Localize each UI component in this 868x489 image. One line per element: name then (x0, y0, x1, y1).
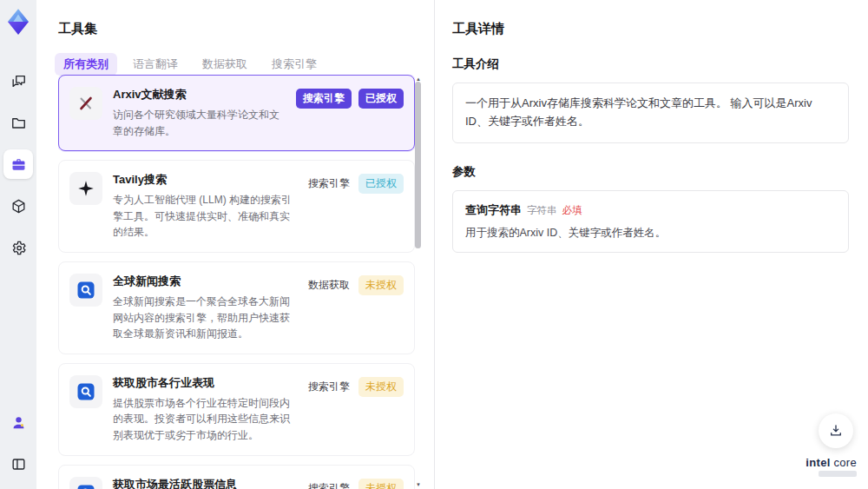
download-button[interactable] (819, 413, 853, 448)
param-item: 查询字符串 字符串 必填 用于搜索的Arxiv ID、关键字或作者姓名。 (452, 190, 849, 253)
tab-data-acquisition[interactable]: 数据获取 (194, 53, 256, 76)
tool-card-global-news-search[interactable]: 全球新闻搜索全球新闻搜索是一个聚合全球各大新闻网站内容的搜索引擎，帮助用户快速获… (58, 261, 415, 354)
auth-status-badge: 未授权 (358, 275, 404, 295)
scroll-down-arrow[interactable]: ▼ (416, 482, 421, 487)
auth-status-badge: 已授权 (358, 89, 404, 109)
intro-heading: 工具介绍 (452, 56, 849, 72)
intel-core-logo: intel core (806, 456, 857, 477)
tool-name: 获取股市各行业表现 (113, 375, 296, 391)
detail-title: 工具详情 (452, 21, 849, 37)
auth-status-badge: 已授权 (358, 174, 404, 194)
tool-card-stock-sector-performance[interactable]: 获取股市各行业表现提供股票市场各个行业在特定时间段内的表现。投资者可以利用这些信… (58, 363, 415, 456)
scrollbar-thumb[interactable] (415, 82, 421, 248)
tool-list-panel: 工具集 所有类别语言翻译数据获取搜索引擎 Arxiv文献搜索访问各个研究领域大量… (36, 0, 434, 489)
category-badge: 搜索引擎 (296, 89, 352, 109)
tab-language-translation[interactable]: 语言翻译 (124, 53, 187, 76)
param-name: 查询字符串 (465, 202, 522, 218)
sidebar-item-chat[interactable] (3, 66, 33, 96)
sidebar-collapse-button[interactable] (3, 449, 33, 479)
tool-list-scrollbar[interactable]: ▲ ▼ (415, 76, 422, 487)
search-blue-icon-wrap (69, 477, 102, 489)
param-desc: 用于搜索的Arxiv ID、关键字或作者姓名。 (465, 226, 836, 241)
intel-logo-text: intel (806, 456, 830, 469)
param-type: 字符串 (527, 204, 557, 217)
sidebar-item-models[interactable] (3, 191, 33, 221)
sidebar-item-account[interactable] (3, 407, 33, 437)
tool-card-tavily-search[interactable]: Tavily搜索专为人工智能代理 (LLM) 构建的搜索引擎工具。可快速提供实时… (58, 160, 415, 253)
tool-description: 专为人工智能代理 (LLM) 构建的搜索引擎工具。可快速提供实时、准确和真实的结… (113, 192, 296, 241)
search-app-icon (76, 280, 96, 301)
panel-toggle-icon (10, 456, 27, 472)
category-badge: 搜索引擎 (306, 377, 352, 397)
tool-description: 提供股票市场各个行业在特定时间段内的表现。投资者可以利用这些信息来识别表现优于或… (113, 395, 296, 444)
briefcase-icon (10, 156, 27, 173)
tool-name: Arxiv文献搜索 (113, 87, 286, 102)
tool-name: 全球新闻搜索 (113, 274, 296, 289)
auth-status-badge: 未授权 (358, 479, 404, 489)
tool-name: 获取市场最活跃股票信息 (113, 477, 296, 489)
param-required-badge: 必填 (562, 204, 582, 217)
params-heading: 参数 (452, 164, 849, 180)
folder-icon (10, 115, 27, 131)
app-sidebar (0, 0, 36, 489)
download-icon (828, 423, 844, 439)
tool-card-arxiv-search[interactable]: Arxiv文献搜索访问各个研究领域大量科学论文和文章的存储库。搜索引擎已授权 (58, 75, 415, 151)
sidebar-item-files[interactable] (3, 108, 33, 137)
category-badge: 数据获取 (306, 275, 352, 295)
category-badge: 搜索引擎 (306, 479, 352, 489)
tool-detail-panel: 工具详情 工具介绍 一个用于从Arxiv存储库搜索科学论文和文章的工具。 输入可… (434, 0, 868, 489)
tab-all-categories[interactable]: 所有类别 (55, 53, 117, 76)
intro-text: 一个用于从Arxiv存储库搜索科学论文和文章的工具。 输入可以是Arxiv ID… (452, 83, 849, 143)
tool-list: Arxiv文献搜索访问各个研究领域大量科学论文和文章的存储库。搜索引擎已授权Ta… (58, 75, 415, 489)
sidebar-item-settings[interactable] (3, 233, 33, 262)
arxiv-icon (76, 93, 96, 114)
tool-description: 全球新闻搜索是一个聚合全球各大新闻网站内容的搜索引擎，帮助用户快速获取全球最新资… (113, 294, 296, 342)
auth-status-badge: 未授权 (358, 377, 404, 397)
app-logo-icon (3, 7, 33, 36)
tool-description: 访问各个研究领域大量科学论文和文章的存储库。 (113, 107, 286, 139)
tool-name: Tavily搜索 (113, 172, 296, 188)
tavily-star-icon (76, 178, 96, 199)
tab-search-engine[interactable]: 搜索引擎 (263, 53, 326, 76)
cube-icon (10, 198, 27, 215)
intel-logo-subline (819, 471, 857, 477)
search-app-icon (76, 381, 96, 402)
chat-icon (10, 73, 27, 89)
gear-icon (10, 240, 27, 256)
arxiv-icon-wrap (69, 87, 102, 120)
tool-card-most-active-stocks[interactable]: 获取市场最活跃股票信息提供当天交易量最高的股票列表。投资者可以利用这些信息来识别… (58, 465, 415, 489)
user-icon (10, 414, 27, 431)
tavily-icon-wrap (69, 172, 102, 205)
page-title: 工具集 (36, 0, 434, 37)
search-app-icon (76, 483, 96, 489)
intel-core-text: core (834, 456, 858, 469)
sidebar-item-tools[interactable] (3, 149, 33, 179)
category-badge: 搜索引擎 (306, 174, 352, 194)
search-blue-icon-wrap (69, 274, 102, 307)
search-blue-icon-wrap (69, 375, 102, 408)
